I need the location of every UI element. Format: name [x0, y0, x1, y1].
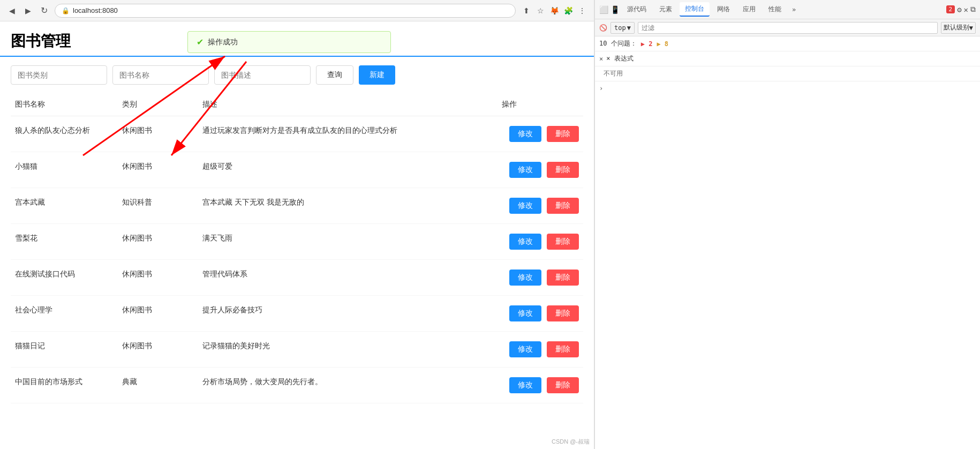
cell-name-3: 雪梨花: [11, 224, 118, 260]
share-icon[interactable]: ⬆: [521, 5, 532, 16]
edit-button-6[interactable]: 修改: [509, 341, 541, 357]
edit-button-0[interactable]: 修改: [509, 126, 541, 142]
devtools-expression-bar: × × 表达式: [595, 51, 980, 66]
search-bar: 查询 新建: [0, 57, 594, 93]
delete-button-3[interactable]: 删除: [547, 234, 579, 250]
tab-performance[interactable]: 性能: [763, 3, 787, 16]
table-row: 社会心理学 休闲图书 提升人际必备技巧 修改 删除: [11, 296, 583, 332]
cell-type-6: 休闲图书: [118, 332, 198, 368]
col-header-action: 操作: [497, 93, 583, 116]
tab-console[interactable]: 控制台: [680, 2, 710, 17]
devtools-toolbar: ⬜ 📱 源代码 元素 控制台 网络 应用 性能 » 2 ⚙ ✕ ⧉: [595, 0, 980, 19]
table-row: 宫本武藏 知识科普 宫本武藏 天下无双 我是无敌的 修改 删除: [11, 188, 583, 224]
edit-button-5[interactable]: 修改: [509, 305, 541, 321]
cell-action-0: 修改 删除: [497, 116, 583, 152]
puzzle-icon[interactable]: 🧩: [563, 5, 574, 16]
tab-application[interactable]: 应用: [737, 3, 761, 16]
cell-type-1: 休闲图书: [118, 152, 198, 188]
cell-desc-0: 通过玩家发言判断对方是否具有成立队友的目的心理式分析: [198, 116, 497, 152]
table-row: 中国目前的市场形式 典藏 分析市场局势，做大变局的先行者。 修改 删除: [11, 368, 583, 403]
filter-input[interactable]: [638, 22, 938, 34]
issues-yellow-badge[interactable]: ▶ 8: [657, 40, 668, 48]
table-row: 在线测试接口代码 休闲图书 管理代码体系 修改 删除: [11, 260, 583, 296]
nav-back-button[interactable]: ◀: [6, 5, 17, 16]
delete-button-4[interactable]: 删除: [547, 270, 579, 286]
cell-desc-4: 管理代码体系: [198, 260, 497, 296]
tab-more[interactable]: »: [789, 4, 799, 16]
delete-button-1[interactable]: 删除: [547, 162, 579, 178]
devtools-close-icon[interactable]: ✕: [964, 5, 968, 14]
watermark: CSDN @-叔瑞: [552, 438, 590, 446]
cell-action-5: 修改 删除: [497, 296, 583, 332]
cell-name-0: 狼人杀的队友心态分析: [11, 116, 118, 152]
devtools-issues-bar: 10 个问题： ▶ 2 ▶ 8: [595, 36, 980, 51]
filter-level-dropdown[interactable]: 默认级别 ▼: [941, 22, 976, 34]
cell-type-7: 典藏: [118, 368, 198, 403]
menu-icon[interactable]: ⋮: [577, 5, 587, 16]
cell-name-2: 宫本武藏: [11, 188, 118, 224]
extension-icon[interactable]: 🦊: [549, 5, 560, 16]
cell-name-4: 在线测试接口代码: [11, 260, 118, 296]
cell-desc-7: 分析市场局势，做大变局的先行者。: [198, 368, 497, 403]
devtools-filter-bar: 🚫 top ▼ 默认级别 ▼: [595, 19, 980, 36]
cell-type-5: 休闲图书: [118, 296, 198, 332]
table-row: 猫猫日记 休闲图书 记录猫猫的美好时光 修改 删除: [11, 332, 583, 368]
tab-network[interactable]: 网络: [712, 3, 735, 16]
devtools-device-icon[interactable]: 📱: [610, 5, 620, 14]
edit-button-2[interactable]: 修改: [509, 198, 541, 214]
col-header-name: 图书名称: [11, 93, 118, 116]
nav-forward-button[interactable]: ▶: [22, 5, 33, 16]
table-row: 狼人杀的队友心态分析 休闲图书 通过玩家发言判断对方是否具有成立队友的目的心理式…: [11, 116, 583, 152]
cell-action-2: 修改 删除: [497, 188, 583, 224]
delete-button-2[interactable]: 删除: [547, 198, 579, 214]
edit-button-4[interactable]: 修改: [509, 270, 541, 286]
success-text: 操作成功: [208, 38, 238, 47]
cell-desc-6: 记录猫猫的美好时光: [198, 332, 497, 368]
devtools-expand-arrow[interactable]: ›: [599, 85, 603, 92]
expression-close-icon[interactable]: ×: [599, 55, 603, 63]
issues-red-badge[interactable]: ▶ 2: [641, 40, 653, 48]
cell-desc-1: 超级可爱: [198, 152, 497, 188]
cell-type-4: 休闲图书: [118, 260, 198, 296]
tab-elements[interactable]: 元素: [654, 3, 677, 16]
edit-button-1[interactable]: 修改: [509, 162, 541, 178]
table-row: 小猫猫 休闲图书 超级可爱 修改 删除: [11, 152, 583, 188]
devtools-expand-icon[interactable]: ⧉: [970, 5, 976, 14]
address-url: localhost:8080: [73, 6, 118, 14]
delete-button-7[interactable]: 删除: [547, 377, 579, 393]
table-container: 图书名称 类别 描述 操作 狼人杀的队友心态分析 休闲图书 通过玩家发言判断对方…: [0, 93, 594, 449]
delete-button-5[interactable]: 删除: [547, 305, 579, 321]
issues-count-text: 10 个问题：: [599, 39, 637, 48]
table-header-row: 图书名称 类别 描述 操作: [11, 93, 583, 116]
devtools-panel: ⬜ 📱 源代码 元素 控制台 网络 应用 性能 » 2 ⚙ ✕ ⧉ 🚫 top …: [594, 0, 980, 449]
new-button[interactable]: 新建: [359, 65, 395, 85]
books-table: 图书名称 类别 描述 操作 狼人杀的队友心态分析 休闲图书 通过玩家发言判断对方…: [11, 93, 583, 403]
address-icon: 🔒: [62, 7, 70, 14]
delete-button-6[interactable]: 删除: [547, 341, 579, 357]
cell-name-7: 中国目前的市场形式: [11, 368, 118, 403]
filter-prohibit-icon[interactable]: 🚫: [599, 24, 607, 32]
cell-action-7: 修改 删除: [497, 368, 583, 403]
devtools-right-icons: 2 ⚙ ✕ ⧉: [946, 5, 976, 14]
devtools-inspector-icon[interactable]: ⬜: [599, 5, 608, 14]
search-name-input[interactable]: [112, 65, 209, 85]
edit-button-3[interactable]: 修改: [509, 234, 541, 250]
cell-desc-5: 提升人际必备技巧: [198, 296, 497, 332]
search-desc-input[interactable]: [214, 65, 311, 85]
success-icon: ✔: [197, 37, 203, 47]
refresh-button[interactable]: ↻: [39, 5, 49, 16]
bookmark-icon[interactable]: ☆: [535, 5, 546, 16]
devtools-settings-icon[interactable]: ⚙: [957, 5, 961, 14]
filter-top-dropdown[interactable]: top ▼: [610, 22, 635, 34]
delete-button-0[interactable]: 删除: [547, 126, 579, 142]
tab-source[interactable]: 源代码: [622, 3, 652, 16]
edit-button-7[interactable]: 修改: [509, 377, 541, 393]
query-button[interactable]: 查询: [316, 65, 353, 85]
expression-value: 不可用: [604, 69, 623, 78]
main-content: ◀ ▶ ↻ 🔒 localhost:8080 ⬆ ☆ 🦊 🧩 ⋮ 图书管理 ✔ …: [0, 0, 594, 449]
search-type-input[interactable]: [11, 65, 107, 85]
cell-action-6: 修改 删除: [497, 332, 583, 368]
success-notification: ✔ 操作成功: [187, 31, 391, 53]
cell-action-1: 修改 删除: [497, 152, 583, 188]
cell-action-4: 修改 删除: [497, 260, 583, 296]
